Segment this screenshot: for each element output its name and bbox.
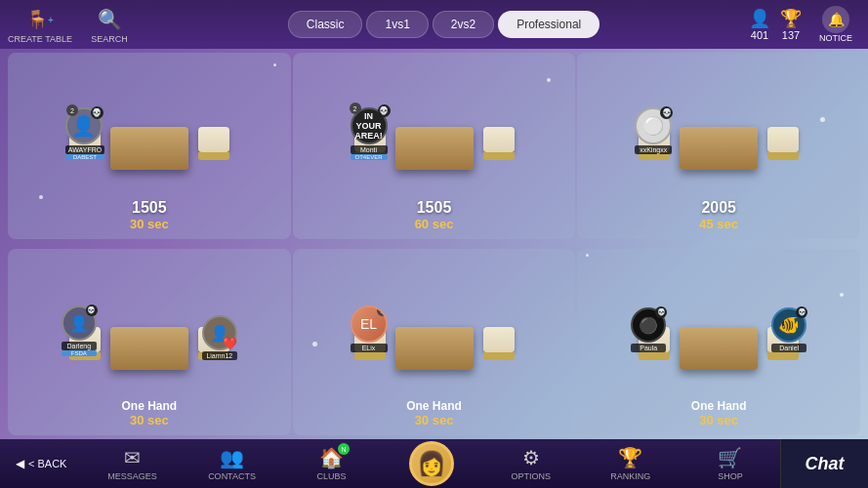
room-cell-r3[interactable]: ⚪ 💀 xxKingxx 2005 45 sec	[577, 53, 860, 239]
tab-classic[interactable]: Classic	[288, 11, 363, 38]
sparkle-4	[39, 195, 43, 199]
currency-2: 🏆 137	[780, 8, 802, 41]
mode-tabs: Classic 1vs1 2vs2 Professional	[146, 11, 741, 38]
tab-1vs1[interactable]: 1vs1	[366, 11, 428, 38]
room-time-r3: 45 sec	[699, 217, 738, 231]
sparkle-1	[273, 63, 276, 66]
sparkle-3	[820, 117, 825, 122]
nav-contacts[interactable]: 👥 CONTACTS	[203, 446, 262, 481]
notice-button[interactable]: 🔔 NOTICE	[811, 6, 860, 43]
create-table-button[interactable]: 🪑+ CREATE TABLE	[8, 6, 72, 44]
main-area: 👤 💀 2 AWAYFRO DABEST 1505 30 sec	[0, 49, 868, 439]
back-button[interactable]: ◀ < BACK	[0, 457, 82, 470]
room-cell-r1[interactable]: 👤 💀 2 AWAYFRO DABEST 1505 30 sec	[8, 53, 291, 239]
player-avatar-r3-p1: ⚪ 💀 xxKingxx	[635, 107, 672, 154]
player-avatar-r4-p2: 👤 ❤️ Liamn12	[202, 315, 237, 360]
table-scene-r1: 👤 💀 2 AWAYFRO DABEST	[62, 100, 237, 197]
room-label-r5: One Hand	[406, 399, 462, 413]
ranking-icon: 🏆	[618, 446, 642, 469]
table-scene-r5: EL 2 ELix	[347, 300, 522, 397]
clubs-badge: N	[338, 443, 350, 455]
table-scene-r4: 👤 💀 Darleng FSDA 👤 ❤️ Liamn12	[62, 300, 237, 397]
sparkle-6	[840, 293, 844, 297]
room-time-r6: 30 sec	[699, 413, 738, 427]
room-score-r2: 1505	[417, 199, 452, 217]
table-scene-r3: ⚪ 💀 xxKingxx	[631, 100, 806, 197]
search-button[interactable]: 🔍 SEARCH	[80, 6, 139, 44]
player-avatar-r2-p1: IN YOURAREA! 💀 2 Monti OT4EVER	[351, 107, 388, 160]
player-avatar-r1-p1: 👤 💀 2 AWAYFRO DABEST	[65, 107, 104, 160]
player-avatar-r6-p2: 🐠 💀 Daniel	[771, 307, 806, 352]
chair-right-r3	[767, 127, 799, 160]
room-cell-r5[interactable]: EL 2 ELix One Hand 30 sec	[293, 249, 576, 435]
nav-ranking[interactable]: 🏆 RANKING	[601, 446, 660, 481]
chair-right-r2	[483, 127, 515, 160]
room-row-1: 👤 💀 2 AWAYFRO DABEST 1505 30 sec	[0, 49, 868, 243]
room-score-r1: 1505	[132, 199, 167, 217]
player-avatar-r6-p1: ⚫ 💀 Paula	[631, 307, 666, 352]
room-cell-r6[interactable]: ⚫ 💀 Paula 🐠 💀 Daniel One Hand 30 sec	[577, 249, 860, 435]
nav-options[interactable]: ⚙ OPTIONS	[502, 446, 560, 481]
sparkle-2	[547, 78, 551, 82]
nav-items: ✉ MESSAGES 👥 CONTACTS 🏠 N CLUBS 👩 ⚙ OPTI…	[82, 441, 780, 486]
chat-button[interactable]: Chat	[780, 439, 868, 488]
nav-messages[interactable]: ✉ MESSAGES	[103, 446, 161, 481]
nav-profile[interactable]: 👩	[402, 441, 461, 486]
room-row-2: 👤 💀 Darleng FSDA 👤 ❤️ Liamn12 One Hand 3…	[0, 245, 868, 439]
table-scene-r6: ⚫ 💀 Paula 🐠 💀 Daniel	[631, 300, 806, 397]
top-bar: 🪑+ CREATE TABLE 🔍 SEARCH Classic 1vs1 2v…	[0, 0, 868, 49]
clubs-icon-wrap: 🏠 N	[319, 446, 344, 469]
chair-right-r1	[198, 127, 229, 160]
options-icon: ⚙	[522, 446, 540, 469]
room-cell-r4[interactable]: 👤 💀 Darleng FSDA 👤 ❤️ Liamn12 One Hand 3…	[8, 249, 291, 435]
messages-icon: ✉	[124, 446, 141, 469]
tab-2vs2[interactable]: 2vs2	[433, 11, 494, 38]
room-label-r6: One Hand	[691, 399, 747, 413]
nav-clubs[interactable]: 🏠 N CLUBS	[303, 446, 361, 481]
room-cell-r2[interactable]: IN YOURAREA! 💀 2 Monti OT4EVER 1505 60 s…	[293, 53, 576, 239]
room-label-r4: One Hand	[122, 399, 178, 413]
room-time-r1: 30 sec	[130, 217, 169, 231]
room-score-r3: 2005	[701, 199, 736, 217]
nav-shop[interactable]: 🛒 SHOP	[701, 446, 760, 481]
player-avatar-r5-p1: EL 2 ELix	[351, 305, 388, 352]
table-scene-r2: IN YOURAREA! 💀 2 Monti OT4EVER	[347, 100, 522, 197]
bottom-nav: ◀ < BACK ✉ MESSAGES 👥 CONTACTS 🏠 N CLUBS…	[0, 439, 868, 488]
room-time-r5: 30 sec	[415, 413, 454, 427]
shop-icon: 🛒	[718, 446, 742, 469]
profile-avatar[interactable]: 👩	[409, 441, 454, 486]
room-time-r2: 60 sec	[415, 217, 454, 231]
room-time-r4: 30 sec	[130, 413, 169, 427]
top-right: 👤 401 🏆 137 🔔 NOTICE	[749, 6, 860, 43]
sparkle-5	[586, 254, 589, 257]
sparkle-7	[312, 342, 317, 346]
player-avatar-r4-p1: 👤 💀 Darleng FSDA	[62, 305, 97, 356]
contacts-icon: 👥	[220, 446, 244, 469]
currency-1: 👤 401	[749, 8, 770, 41]
chair-right-r5	[483, 327, 515, 360]
tab-professional[interactable]: Professional	[498, 11, 599, 38]
